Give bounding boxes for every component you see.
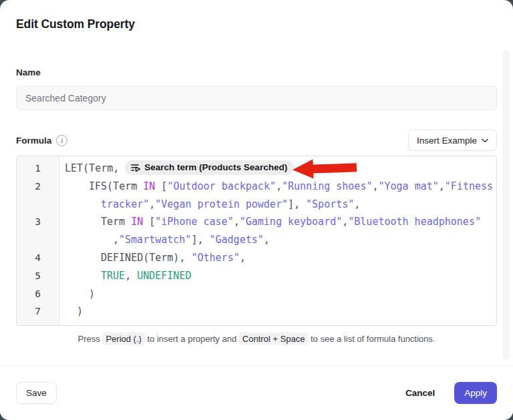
line-number: 4 [17,249,59,267]
kbd-period: Period (.) [102,333,144,345]
code-token: "Yoga mat" [379,180,439,192]
event-property-icon [131,163,140,172]
code-token: , [439,180,445,192]
code-line: 5TRUE, UNDEFINED [17,267,496,285]
code-token: ) [89,288,95,300]
code-token: , [113,234,119,246]
dialog-body: Name Searched Category Formula i Insert … [0,67,513,344]
code-text: DEFINED(Term), "Others", [59,249,246,267]
code-token: , [264,234,270,246]
line-number: 5 [17,267,59,285]
code-token: ], [288,198,306,210]
code-text: ,"Smartwatch"], "Gadgets", [59,231,270,249]
line-number [17,196,59,214]
code-text: LET(Term, Search term (Products Searched… [59,160,306,178]
code-token: "Vegan protein powder" [155,198,288,210]
formula-editor[interactable]: 1LET(Term, Search term (Products Searche… [16,156,497,326]
code-token: "Fitness [445,180,493,192]
code-token: [ [143,216,155,228]
save-button[interactable]: Save [16,382,57,404]
code-token: UNDEFINED [137,270,191,282]
code-line: 6) [17,285,496,303]
code-line: 2IFS(Term IN ["Outdoor backpack","Runnin… [17,178,496,196]
code-line: tracker","Vegan protein powder"], "Sport… [17,196,496,214]
code-token: "Bluetooth headphones" [348,216,481,228]
code-token: , [149,198,155,210]
chevron-down-icon [482,138,488,143]
line-number: 7 [17,302,59,321]
code-token: "Outdoor backpack" [167,180,276,192]
formula-header-row: Formula i Insert Example [16,130,497,151]
insert-example-button[interactable]: Insert Example [408,130,497,151]
code-text: Term IN ["iPhone case","Gaming keyboard"… [59,213,481,231]
kbd-control-space: Control + Space [239,333,309,345]
code-token: LET(Term, [65,162,125,174]
formula-code: 1LET(Term, Search term (Products Searche… [17,156,496,325]
formula-label: Formula [16,136,51,146]
scrollbar[interactable] [502,50,510,359]
code-text: IFS(Term IN ["Outdoor backpack","Running… [59,178,493,196]
code-token: "Sports" [306,198,354,210]
code-token: "Others" [191,252,239,264]
page-title: Edit Custom Property [16,17,497,31]
code-text: ) [59,302,83,321]
code-token: tracker" [101,198,149,210]
code-token: "iPhone case" [155,216,233,228]
code-token: IN [131,216,143,228]
code-token: , [372,180,378,192]
code-token: , [234,216,240,228]
code-token: "Gadgets" [210,234,264,246]
formula-label-wrap: Formula i [16,135,67,146]
code-line: 1LET(Term, Search term (Products Searche… [17,160,496,178]
code-token: "Smartwatch" [119,234,191,246]
code-line: ,"Smartwatch"], "Gadgets", [17,231,496,249]
code-text: tracker","Vegan protein powder"], "Sport… [59,196,360,214]
code-text: ) [59,285,95,303]
code-text: TRUE, UNDEFINED [59,267,191,285]
name-label: Name [16,67,497,77]
apply-button[interactable]: Apply [454,382,497,404]
editor-hint: Press Period (.) to insert a property an… [16,334,497,344]
property-chip[interactable]: Search term (Products Searched) [125,160,294,175]
line-number: 2 [17,178,59,196]
property-chip-label: Search term (Products Searched) [144,162,287,174]
hint-text: Press [78,334,103,344]
code-token: Term [101,216,131,228]
code-token: ], [191,234,209,246]
hint-text: to see a list of formula functions. [308,334,435,344]
code-token: TRUE [101,270,125,282]
code-token: , [354,198,360,210]
info-icon[interactable]: i [56,135,67,146]
line-number: 1 [17,160,59,178]
code-line: 7) [17,302,496,321]
code-line: 4DEFINED(Term), "Others", [17,249,496,267]
line-number: 6 [17,285,59,303]
line-number [17,231,59,249]
code-token: IFS(Term [89,180,143,192]
code-token: IN [143,180,155,192]
code-line: 3Term IN ["iPhone case","Gaming keyboard… [17,213,496,231]
edit-custom-property-dialog: Edit Custom Property Name Searched Categ… [0,0,513,420]
code-token: ) [77,305,83,317]
cancel-button[interactable]: Cancel [403,382,438,404]
dialog-header: Edit Custom Property [0,0,513,31]
code-token: , [240,252,246,264]
name-field-value: Searched Category [25,93,106,103]
code-token: [ [155,180,167,192]
code-token: , [125,270,137,282]
code-token: , [342,216,348,228]
dialog-footer: Save Cancel Apply [0,365,513,420]
code-token: "Gaming keyboard" [240,216,343,228]
line-number: 3 [17,213,59,231]
red-arrow-annotation [291,156,357,183]
insert-example-label: Insert Example [417,136,477,146]
code-token: DEFINED(Term), [101,252,191,264]
name-field[interactable]: Searched Category [16,86,497,110]
code-token: , [276,180,282,192]
hint-text: to insert a property and [145,334,239,344]
